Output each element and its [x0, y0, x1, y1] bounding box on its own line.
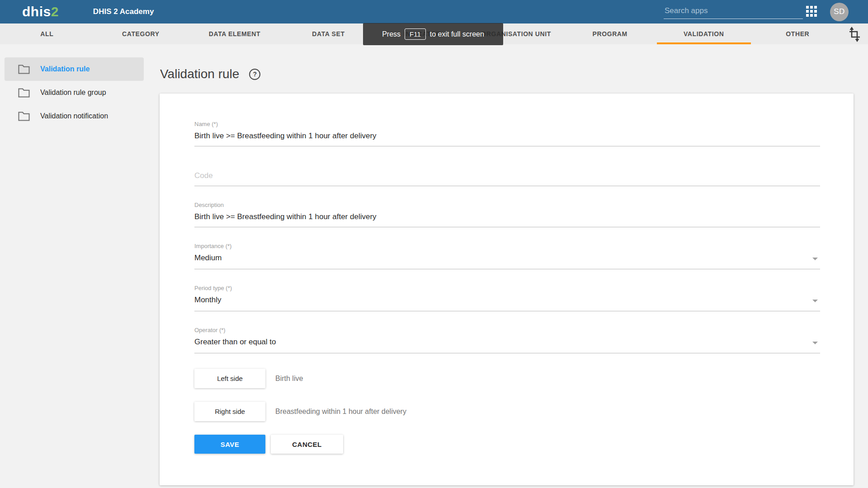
cancel-button[interactable]: CANCEL: [271, 435, 343, 454]
operator-field: Operator (*) Greater than or equal to: [194, 327, 820, 353]
importance-select[interactable]: Medium: [194, 253, 820, 269]
sidebar-item-label: Validation notification: [40, 112, 108, 120]
name-field: Name (*): [194, 121, 820, 146]
page-title: Validation rule: [160, 67, 239, 81]
chevron-down-icon: [812, 258, 818, 260]
search-apps-box: [664, 5, 801, 19]
app-window: dhis2 DHIS 2 Academy SD ALL CATEGORY DAT…: [0, 0, 868, 488]
main-panel: Validation rule ? Name (*) Description I…: [149, 44, 868, 488]
importance-value: Medium: [194, 253, 222, 262]
save-button[interactable]: SAVE: [194, 435, 265, 454]
name-label: Name (*): [194, 121, 820, 127]
importance-field: Importance (*) Medium: [194, 243, 820, 269]
logo-accent: 2: [51, 4, 59, 19]
tab-other[interactable]: OTHER: [751, 23, 845, 44]
right-side-row: Right side Breastfeeding within 1 hour a…: [194, 402, 820, 421]
folder-icon: [18, 112, 30, 121]
avatar[interactable]: SD: [830, 3, 849, 21]
sidebar-item-validation-notification[interactable]: Validation notification: [5, 104, 144, 128]
period-type-select[interactable]: Monthly: [194, 296, 820, 311]
screenshot-crop-icon[interactable]: [846, 26, 863, 42]
operator-label: Operator (*): [194, 327, 820, 333]
operator-select[interactable]: Greater than or equal to: [194, 338, 820, 353]
description-field: Description: [194, 202, 820, 227]
tab-category[interactable]: CATEGORY: [94, 23, 188, 44]
title-row: Validation rule ?: [160, 67, 868, 81]
sidebar: Validation rule Validation rule group Va…: [0, 44, 149, 488]
content-area: Validation rule Validation rule group Va…: [0, 44, 868, 488]
instance-title: DHIS 2 Academy: [93, 7, 154, 16]
toast-prefix: Press: [382, 30, 401, 38]
tab-data-set[interactable]: DATA SET: [282, 23, 376, 44]
left-side-button[interactable]: Left side: [194, 369, 265, 388]
tab-validation[interactable]: VALIDATION: [657, 23, 751, 44]
period-type-value: Monthly: [194, 296, 222, 304]
left-side-row: Left side Birth live: [194, 369, 820, 388]
left-side-expression: Birth live: [275, 375, 303, 383]
tab-data-element[interactable]: DATA ELEMENT: [188, 23, 282, 44]
folder-icon: [18, 65, 30, 74]
period-type-label: Period type (*): [194, 285, 820, 291]
maintenance-tab-bar: ALL CATEGORY DATA ELEMENT DATA SET INDIC…: [0, 23, 868, 44]
right-side-expression: Breastfeeding within 1 hour after delive…: [275, 408, 406, 416]
importance-label: Importance (*): [194, 243, 820, 249]
f11-key-badge: F11: [405, 28, 426, 40]
tab-all[interactable]: ALL: [0, 23, 94, 44]
toast-suffix: to exit full screen: [430, 30, 484, 38]
help-icon[interactable]: ?: [249, 69, 260, 80]
validation-rule-form-card: Name (*) Description Importance (*) Medi…: [160, 94, 854, 485]
sidebar-item-validation-rule-group[interactable]: Validation rule group: [5, 81, 144, 104]
form-actions: SAVE CANCEL: [194, 435, 820, 454]
apps-grid-icon[interactable]: [806, 6, 818, 18]
logo-text: dhis: [22, 4, 51, 19]
top-header-bar: dhis2 DHIS 2 Academy SD: [0, 0, 868, 23]
sidebar-item-validation-rule[interactable]: Validation rule: [5, 57, 144, 81]
description-label: Description: [194, 202, 820, 208]
tab-program[interactable]: PROGRAM: [563, 23, 657, 44]
name-input[interactable]: [194, 131, 820, 146]
dhis2-logo[interactable]: dhis2: [22, 4, 59, 19]
period-type-field: Period type (*) Monthly: [194, 285, 820, 311]
fullscreen-exit-toast: Press F11 to exit full screen: [363, 23, 503, 45]
right-side-button[interactable]: Right side: [194, 402, 265, 421]
operator-value: Greater than or equal to: [194, 338, 276, 346]
code-input[interactable]: [194, 171, 820, 186]
description-input[interactable]: [194, 212, 820, 227]
chevron-down-icon: [812, 342, 818, 344]
sidebar-item-label: Validation rule: [40, 65, 90, 73]
search-apps-input[interactable]: [664, 5, 803, 19]
chevron-down-icon: [812, 300, 818, 302]
folder-icon: [18, 88, 30, 98]
code-field: [194, 162, 820, 186]
sidebar-item-label: Validation rule group: [40, 89, 106, 97]
